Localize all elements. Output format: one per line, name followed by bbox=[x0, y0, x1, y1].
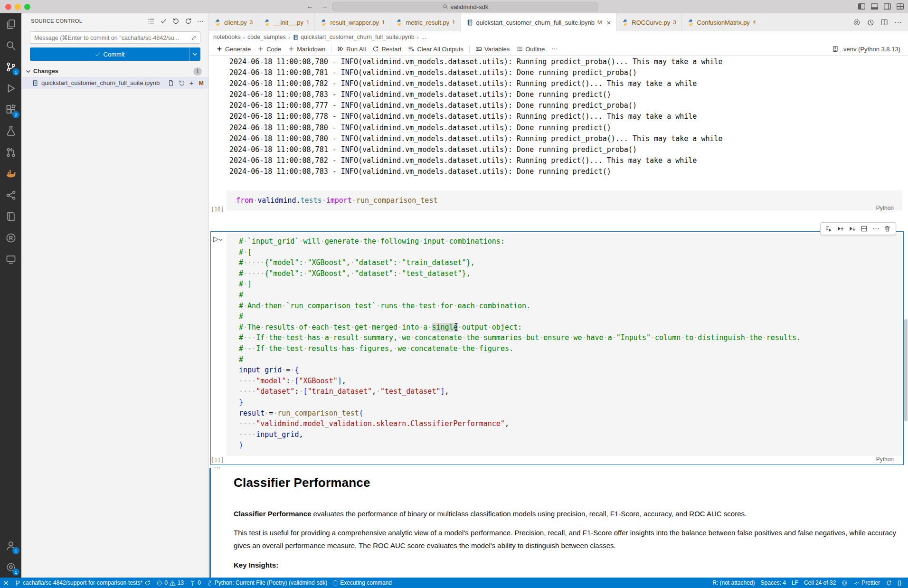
discard-icon[interactable] bbox=[172, 18, 180, 25]
status-text: Executing command bbox=[340, 579, 392, 586]
toolbar-more[interactable] bbox=[548, 46, 561, 52]
tab-label: result_wrapper.py bbox=[330, 19, 379, 26]
toggle-panel-icon[interactable] bbox=[870, 2, 879, 10]
cell-language-label[interactable]: Python bbox=[876, 456, 894, 463]
run-cell-button[interactable]: ▷ bbox=[213, 235, 223, 242]
scrollbar-thumb[interactable] bbox=[904, 319, 908, 421]
run-above-icon[interactable] bbox=[837, 225, 844, 232]
breadcrumb-item[interactable]: code_samples bbox=[247, 34, 286, 40]
changes-section-header[interactable]: Changes 1 bbox=[21, 66, 208, 77]
window-close-button[interactable] bbox=[5, 4, 11, 10]
customize-layout-icon[interactable] bbox=[896, 2, 904, 10]
split-cell-icon[interactable] bbox=[861, 225, 868, 232]
activity-item-jupyter[interactable] bbox=[0, 206, 21, 227]
activity-item-explorer[interactable] bbox=[0, 13, 21, 35]
tab-quickstart_customer_churn_full_suite.ipynb[interactable]: quickstart_customer_churn_full_suite.ipy… bbox=[461, 13, 617, 31]
activity-item-pipelines[interactable] bbox=[0, 184, 21, 206]
gear-icon[interactable] bbox=[853, 19, 861, 26]
activity-item-extensions[interactable]: 2 bbox=[0, 99, 21, 120]
breadcrumb-item[interactable]: notebooks bbox=[213, 34, 241, 40]
more-icon[interactable] bbox=[872, 225, 880, 232]
discard-changes-icon[interactable] bbox=[179, 80, 185, 86]
toolbar-restart[interactable]: Restart bbox=[369, 46, 405, 53]
run-below-icon[interactable] bbox=[849, 225, 856, 232]
commit-dropdown[interactable] bbox=[189, 47, 200, 61]
activity-item-settings[interactable]: 1 bbox=[0, 556, 21, 578]
kernel-picker[interactable]: .venv (Python 3.8.13) bbox=[832, 46, 908, 53]
status-item-notifications[interactable] bbox=[883, 578, 895, 588]
activity-item-testing[interactable] bbox=[0, 120, 21, 142]
tab-__init__.py[interactable]: __init__.py1 bbox=[258, 13, 315, 31]
toolbar-code[interactable]: Code bbox=[254, 46, 284, 53]
commit-action-icon[interactable] bbox=[160, 18, 167, 25]
status-item-indent[interactable]: Spaces: 4 bbox=[758, 578, 789, 588]
view-options-icon[interactable] bbox=[148, 18, 155, 25]
commit-button[interactable]: Commit bbox=[30, 47, 200, 61]
activity-item-run-debug[interactable] bbox=[0, 77, 21, 99]
more-actions-icon[interactable]: ⋯ bbox=[894, 19, 902, 26]
toolbar-clear-all-outputs[interactable]: Clear All Outputs bbox=[405, 46, 467, 53]
status-item-cell-position[interactable]: Cell 24 of 32 bbox=[801, 578, 839, 588]
refresh-icon[interactable] bbox=[185, 18, 192, 25]
run-row-icon[interactable] bbox=[825, 225, 832, 232]
changed-file-row[interactable]: quickstart_customer_churn_full_suite.ipy… bbox=[21, 77, 208, 89]
search-icon bbox=[6, 40, 16, 51]
split-editor-icon[interactable] bbox=[880, 19, 888, 26]
history-icon[interactable] bbox=[867, 19, 874, 26]
status-text: LF bbox=[792, 579, 798, 586]
toolbar-markdown[interactable]: Markdown bbox=[284, 46, 329, 53]
status-text: Prettier bbox=[861, 579, 880, 586]
history-back-button[interactable]: ← bbox=[305, 2, 315, 10]
commit-message-input[interactable]: Message (⌘Enter to commit on "cachafla/s… bbox=[30, 31, 200, 44]
activity-item-r-language[interactable]: R bbox=[0, 227, 21, 248]
tab-result_wrapper.py[interactable]: result_wrapper.py1 bbox=[315, 13, 390, 31]
toggle-sidebar-icon[interactable] bbox=[858, 2, 866, 10]
code-line: from·validmind.tests·import·run_comparis… bbox=[236, 195, 902, 206]
toolbar-outline[interactable]: Outline bbox=[513, 46, 548, 53]
trash-icon[interactable] bbox=[884, 225, 891, 232]
status-item-prettier[interactable]: Prettier bbox=[851, 578, 883, 588]
toolbar-run-all[interactable]: Run All bbox=[334, 46, 369, 53]
activity-item-accounts[interactable]: 1 bbox=[0, 535, 21, 556]
stage-changes-icon[interactable]: + bbox=[189, 79, 194, 86]
command-center-search[interactable]: validmind-sdk bbox=[332, 2, 598, 11]
window-minimize-button[interactable] bbox=[15, 4, 21, 10]
tab-ROCCurve.py[interactable]: ROCCurve.py3 bbox=[616, 13, 681, 31]
status-item-remote-indicator[interactable] bbox=[0, 578, 12, 588]
status-item-eol[interactable]: LF bbox=[789, 578, 801, 588]
status-item-executing[interactable]: Executing command bbox=[330, 578, 395, 588]
code-cell-10[interactable]: from·validmind.tests·import·run_comparis… bbox=[227, 190, 902, 210]
status-item-r-status[interactable]: R: (not attached) bbox=[709, 578, 757, 588]
activity-item-remote-explorer[interactable] bbox=[0, 248, 21, 270]
tab-client.py[interactable]: client.py3 bbox=[209, 13, 258, 31]
status-item-problems[interactable]: 013 bbox=[153, 578, 187, 588]
window-zoom-button[interactable] bbox=[24, 4, 30, 10]
cell-editor[interactable]: #·`input_grid`·will·generate·the·followi… bbox=[227, 233, 902, 456]
tab-ConfusionMatrix.py[interactable]: ConfusionMatrix.py4 bbox=[682, 13, 762, 31]
close-icon[interactable]: × bbox=[607, 19, 611, 26]
breadcrumb-item[interactable]: quickstart_customer_churn_full_suite.ipy… bbox=[293, 34, 415, 40]
kernel-icon bbox=[832, 46, 839, 52]
breadcrumb-item[interactable]: ... bbox=[421, 34, 426, 40]
activity-item-docker[interactable] bbox=[0, 163, 21, 184]
more-actions-icon[interactable]: ⋯ bbox=[197, 18, 204, 25]
activity-item-git-requests[interactable] bbox=[0, 142, 21, 163]
status-item-ports[interactable]: 0 bbox=[187, 578, 204, 588]
status-item-python-interpreter[interactable]: Python: Current File (Poetry) (validmind… bbox=[204, 578, 330, 588]
notebook-icon bbox=[293, 34, 299, 40]
code-cell-11-selected[interactable]: ▷ #·`input_grid`·will·generate·the·follo… bbox=[210, 231, 904, 465]
markdown-cell[interactable]: Classifier Performance Classifier Perfor… bbox=[234, 475, 908, 578]
activity-item-search[interactable] bbox=[0, 35, 21, 56]
tab-metric_result.py[interactable]: metric_result.py1 bbox=[390, 13, 461, 31]
toggle-secondary-sidebar-icon[interactable] bbox=[883, 2, 891, 10]
markdown-cell-collapsed-toolbar[interactable]: ⋯ bbox=[214, 464, 221, 472]
toolbar-generate[interactable]: Generate bbox=[213, 46, 254, 53]
activity-item-source-control[interactable]: 1 bbox=[0, 56, 21, 77]
status-item-brackets[interactable]: () bbox=[895, 578, 904, 588]
status-item-feedback[interactable] bbox=[839, 578, 851, 588]
toolbar-variables[interactable]: Variables bbox=[472, 46, 513, 53]
cell-language-label[interactable]: Python bbox=[876, 205, 894, 211]
open-file-icon[interactable] bbox=[168, 80, 174, 86]
status-item-git-branch[interactable]: cachafla/sc-4842/support-for-comparison-… bbox=[12, 578, 153, 588]
history-forward-button[interactable]: → bbox=[319, 2, 330, 10]
